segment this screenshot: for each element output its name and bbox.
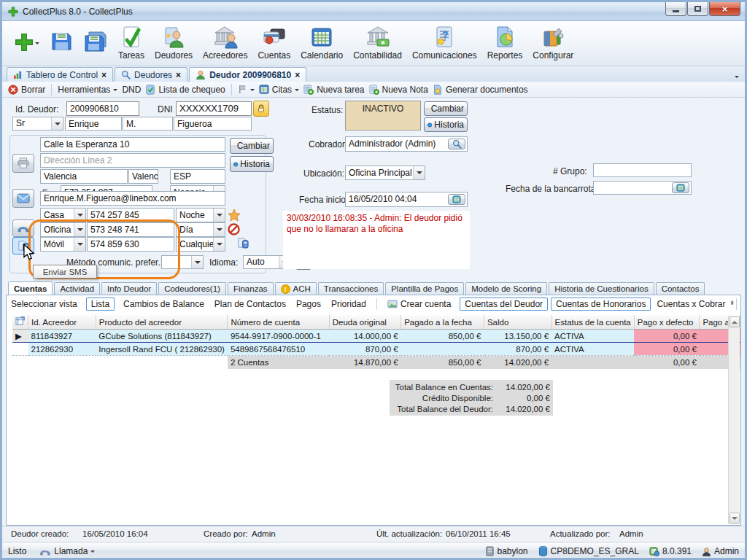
col-pagado[interactable]: Pagado a la fecha (401, 315, 484, 330)
dni-lock-button[interactable] (253, 101, 269, 117)
citas-menu[interactable]: Citas (259, 85, 299, 95)
grupo-field[interactable] (593, 163, 692, 177)
tab-tablero-de-control[interactable]: Tablero de Control × (7, 67, 113, 82)
toolbar-item-reportes[interactable]: Reportes (482, 24, 528, 62)
tab-contactos[interactable]: Contactos (656, 282, 705, 295)
lista-chequeo-button[interactable]: Lista de chequeo (145, 85, 225, 95)
scroll-up-icon[interactable] (729, 316, 740, 327)
phone3-type-select[interactable]: Móvil (40, 237, 86, 252)
grid-vertical-scrollbar[interactable] (728, 316, 740, 524)
col-numero-cuenta[interactable]: Número de cuenta (228, 315, 329, 330)
view-cuentas-deudor[interactable]: Cuentas del Deudor (460, 298, 548, 311)
last-name-field[interactable]: Figueroa (174, 117, 252, 131)
view-prioridad[interactable]: Prioridad (330, 298, 368, 311)
phone3-time-select[interactable]: Cualquier (176, 237, 225, 252)
toolbar-item-deudores[interactable]: Deudores (150, 24, 198, 62)
phone1-time-select[interactable]: Noche (176, 208, 225, 222)
print-button[interactable] (12, 154, 34, 173)
phone2-type-select[interactable]: Oficina (40, 222, 86, 237)
metodo-comunic-select[interactable] (161, 255, 204, 269)
tab-deudores[interactable]: Deudores × (115, 67, 187, 82)
toolbar-item-configurar[interactable]: Configurar (527, 24, 578, 62)
phone2-time-select[interactable]: Día (176, 222, 225, 237)
tab-historia-cuestionarios[interactable]: Historia de Cuestionarios (549, 282, 654, 295)
phone1-type-select[interactable]: Casa (40, 208, 86, 222)
scroll-down-icon[interactable] (729, 513, 740, 524)
toolbar-item-acreedores[interactable]: Acreedores (198, 24, 252, 62)
fecha-inicio-field[interactable]: 16/05/2010 04:04 (345, 192, 468, 207)
save-button[interactable] (44, 24, 78, 55)
city-field[interactable]: Valencia (40, 169, 128, 184)
address-historia-button[interactable]: i Historia (230, 156, 274, 172)
llamada-menu[interactable]: Llamada (39, 546, 95, 556)
new-button[interactable] (9, 24, 44, 53)
toolbar-item-contabilidad[interactable]: Contabilidad (348, 24, 407, 62)
col-id-acreedor[interactable]: Id. Acreedor (28, 315, 96, 330)
view-seleccionar-vista[interactable]: Seleccionar vista (9, 298, 79, 311)
view-cuentas-x-cobrar[interactable]: Cuentas x Cobrar (655, 298, 727, 311)
state-field[interactable]: Valenci (128, 169, 158, 184)
ubicacion-select[interactable]: Oficina Principal (345, 166, 425, 180)
title-select[interactable]: Sr (12, 117, 63, 131)
tab-close-icon[interactable]: × (176, 70, 181, 80)
tab-ach[interactable]: ! ACH (275, 282, 317, 295)
tab-info-deudor[interactable]: Info Deudor (101, 282, 157, 295)
tab-actividad[interactable]: Actividad (54, 282, 100, 295)
herramientas-menu[interactable]: Herramientas (58, 85, 117, 95)
tab-modelo-scoring[interactable]: Modelo de Scoring (465, 282, 547, 295)
view-pagos[interactable]: Pagos (295, 298, 322, 311)
bancarrota-field[interactable] (593, 181, 692, 195)
view-lista[interactable]: Lista (86, 298, 115, 311)
account-row[interactable]: 212862930 Ingersoll Rand FCU ( 212862930… (12, 343, 740, 356)
email-button[interactable] (12, 189, 34, 208)
col-producto[interactable]: Producto del acreedor (96, 315, 228, 330)
save-all-button[interactable] (78, 24, 113, 55)
nueva-tarea-button[interactable]: Nueva tarea (303, 85, 364, 95)
col-deuda-original[interactable]: Deuda original (329, 315, 400, 330)
first-name-field[interactable]: Enrique (65, 117, 122, 131)
tab-finanzas[interactable]: Finanzas (228, 282, 274, 295)
tab-cuentas[interactable]: Cuentas (8, 281, 53, 295)
crear-cuenta-button[interactable]: Crear cuenta (386, 298, 452, 311)
call-button[interactable] (12, 219, 34, 237)
toolbar-item-comunicaciones[interactable]: ? Comunicaciones (407, 24, 482, 62)
col-estatus-cuenta[interactable]: Estatus de la cuenta (551, 315, 634, 330)
cobrador-lookup-button[interactable] (448, 139, 465, 149)
address2-field[interactable]: Dirección Línea 2 (40, 153, 225, 168)
bancarrota-calendar-button[interactable] (672, 182, 689, 193)
user-indicator[interactable]: Admin (702, 546, 739, 556)
toolbar-item-calendario[interactable]: Calendario (295, 24, 348, 62)
tab-transacciones[interactable]: Transacciones (318, 282, 384, 295)
view-cambios-balance[interactable]: Cambios de Balance (122, 298, 206, 311)
grid-corner-cell[interactable] (12, 315, 28, 330)
toolbar-item-tareas[interactable]: Tareas (113, 24, 150, 62)
nueva-nota-button[interactable]: Nueva Nota (369, 85, 428, 95)
panel-pin-button[interactable]: ⇟ (727, 298, 738, 308)
borrar-button[interactable]: Borrar (8, 85, 45, 95)
view-cuentas-honorarios[interactable]: Cuentas de Honorarios (551, 298, 651, 311)
maximize-button[interactable] (687, 2, 708, 16)
col-pago-defecto[interactable]: Pago x defecto (634, 315, 700, 330)
estatus-historia-button[interactable]: i Historia (424, 117, 468, 132)
dni-field[interactable]: XXXXXX1709 (176, 101, 252, 116)
tab-list-dropdown-icon[interactable] (735, 76, 739, 80)
middle-name-field[interactable]: M. (123, 117, 173, 131)
tab-codeudores[interactable]: Codeudores(1) (158, 282, 226, 295)
tab-close-icon[interactable]: × (101, 70, 107, 80)
address-cambiar-button[interactable]: Cambiar (230, 138, 274, 154)
toolbar-item-cuentas[interactable]: Cuentas (252, 24, 295, 62)
flag-menu[interactable] (238, 85, 255, 94)
cobrador-field[interactable]: Administrador (Admin) (345, 136, 468, 152)
estatus-cambiar-button[interactable]: Cambiar (424, 101, 468, 116)
fecha-inicio-calendar-button[interactable] (448, 194, 465, 205)
phone1-number-field[interactable]: 574 257 845 (87, 208, 174, 222)
mobile-icon[interactable] (237, 237, 249, 249)
do-not-call-icon[interactable] (228, 223, 240, 236)
dnd-button[interactable]: DND (122, 85, 141, 95)
tab-plantilla-pagos[interactable]: Plantilla de Pagos (385, 282, 464, 295)
col-saldo[interactable]: Saldo (484, 315, 551, 330)
phone3-number-field[interactable]: 574 859 630 (87, 237, 174, 252)
address1-field[interactable]: Calle la Esperanza 10 (40, 137, 225, 152)
country-field[interactable]: ESP (170, 169, 225, 184)
generar-documentos-button[interactable]: Generar documentos (433, 85, 528, 95)
